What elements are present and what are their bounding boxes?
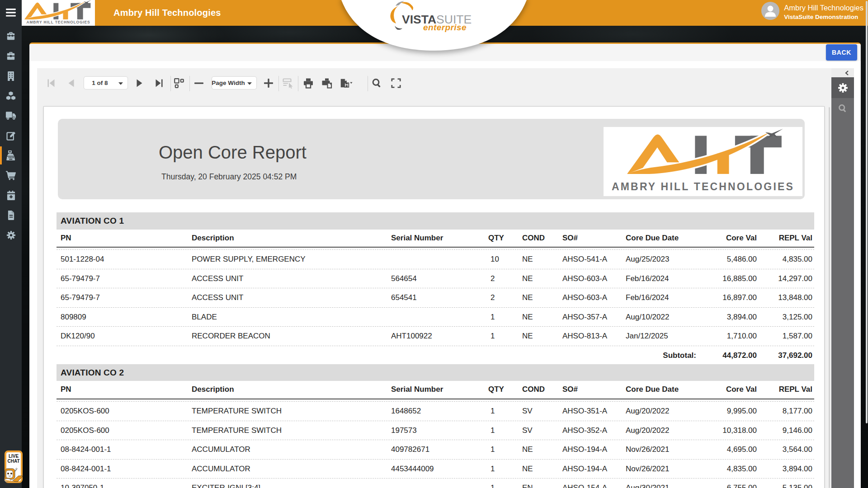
table-cell: ACCUMULATOR xyxy=(192,440,391,459)
table-row: 10-397050-1EXCITER-IGNI [3:4]1ENAHSO-154… xyxy=(57,478,814,488)
chat-robot-icon xyxy=(3,468,24,483)
search-button[interactable] xyxy=(370,77,383,89)
table-cell: 1 xyxy=(488,460,522,479)
table-cell: 16,897.00 xyxy=(698,288,757,307)
toolbar-separator xyxy=(170,76,171,91)
subtotal-value xyxy=(562,346,626,364)
table-cell: 4,835.00 xyxy=(757,250,815,269)
viewer-right-rail xyxy=(831,68,854,488)
table-cell: 5,486.00 xyxy=(698,250,757,269)
table-cell: 0205KOS-600 xyxy=(57,402,192,421)
sidebar-item-cubes[interactable] xyxy=(0,86,22,106)
toolbar-separator xyxy=(368,76,368,91)
print-page-button[interactable] xyxy=(321,77,334,89)
company-logo-caption: AMBRY HILL TECHNOLOGIES xyxy=(22,20,95,24)
table-cell xyxy=(391,479,488,488)
column-header: PN xyxy=(57,230,192,247)
last-page-button[interactable] xyxy=(153,77,165,89)
sidebar-item-calendar-plus[interactable] xyxy=(0,185,22,205)
table-cell: Nov/26/2021 xyxy=(626,440,698,459)
sidebar-item-pen-square[interactable] xyxy=(0,126,22,145)
fullscreen-button[interactable] xyxy=(390,77,402,89)
user-menu[interactable]: Ambry Hill Technologies VistaSuite Demon… xyxy=(761,2,863,21)
hamburger-menu-button[interactable] xyxy=(0,4,22,22)
sidebar-item-file-lines[interactable] xyxy=(0,205,22,225)
page-select[interactable]: 1 of 8 xyxy=(84,76,128,89)
table-cell: Aug/10/2022 xyxy=(626,308,698,327)
subtotal-row: Subtotal:44,872.0037,692.00 xyxy=(57,346,814,364)
window-scrollbar-thumb[interactable] xyxy=(866,1,868,423)
table-cell: AHSO-603-A xyxy=(562,269,626,288)
table-cell: Feb/16/2024 xyxy=(626,269,698,288)
viewer-settings-tab[interactable] xyxy=(831,77,854,98)
sidebar-item-gear[interactable] xyxy=(0,225,22,245)
report-page: Open Core Report Thursday, 20 February 2… xyxy=(43,106,825,488)
sidebar-item-truck[interactable] xyxy=(0,106,22,126)
cart-icon xyxy=(6,171,16,180)
multipage-button[interactable] xyxy=(173,77,185,89)
viewer-search-tab[interactable] xyxy=(831,98,854,119)
table-header-row: PNDescriptionSerial NumberQTYCONDSO#Core… xyxy=(57,230,814,248)
report-viewer-main: 1 of 8Page Width Open Core Report Thursd… xyxy=(37,68,831,488)
viewer-scrollbar-thumb[interactable] xyxy=(829,107,830,488)
zoom-select-value: Page Width xyxy=(212,80,245,86)
table-cell: 3,125.00 xyxy=(757,308,815,327)
column-header: REPL Val xyxy=(757,381,815,399)
table-cell: 65-79479-7 xyxy=(57,288,192,307)
table-cell: 1,587.00 xyxy=(757,327,815,346)
table-cell: TEMPERATURE SWITCH xyxy=(192,421,391,440)
table-cell: 501-1228-04 xyxy=(57,250,192,269)
live-chat-button[interactable]: LIVE CHAT xyxy=(5,450,23,483)
table-cell: 1 xyxy=(488,440,522,459)
table-cell: ACCESS UNIT xyxy=(192,269,391,288)
table-cell: 8,177.00 xyxy=(757,402,815,421)
table-cell: 4,695.00 xyxy=(698,440,757,459)
table-cell: 3,894.00 xyxy=(698,308,757,327)
export-button[interactable] xyxy=(340,77,353,89)
column-header: Serial Number xyxy=(391,230,488,247)
column-header: QTY xyxy=(488,230,522,247)
report-logo: AMBRY HILL TECHNOLOGIES xyxy=(604,127,802,196)
toolbar-separator xyxy=(189,76,190,91)
search-icon xyxy=(371,78,382,89)
zoom-out-icon xyxy=(193,78,204,89)
table-cell: TEMPERATURE SWITCH xyxy=(192,402,391,421)
table-cell: 1 xyxy=(488,402,522,421)
table-row: 65-79479-7ACCESS UNIT6545412NEAHSO-603-A… xyxy=(57,288,814,307)
sidebar-item-building[interactable] xyxy=(0,66,22,86)
table-cell: 1648652 xyxy=(391,402,488,421)
cash-register-icon xyxy=(6,150,16,160)
multipage-icon xyxy=(174,78,184,89)
back-button[interactable]: BACK xyxy=(826,44,857,61)
table-cell: 197573 xyxy=(391,421,488,440)
company-logo[interactable]: AMBRY HILL TECHNOLOGIES xyxy=(22,0,95,26)
table-cell: 9,995.00 xyxy=(698,402,757,421)
zoom-out-button[interactable] xyxy=(193,77,205,89)
live-chat-label-line2: CHAT xyxy=(7,459,19,464)
collapse-rail-button[interactable] xyxy=(831,68,854,77)
table-row: 08-8424-001-1ACCUMULATOR4097826711NEAHSO… xyxy=(57,440,814,459)
first-page-button[interactable] xyxy=(45,77,57,89)
table-cell: EN xyxy=(522,479,562,488)
selection-button[interactable] xyxy=(282,77,294,89)
toolbar-separator xyxy=(298,76,298,91)
next-page-button[interactable] xyxy=(133,77,146,89)
sidebar-item-cart[interactable] xyxy=(0,165,22,185)
zoom-select[interactable]: Page Width xyxy=(212,76,257,89)
prev-page-button[interactable] xyxy=(65,77,77,89)
sidebar-item-cash-register[interactable] xyxy=(0,145,22,165)
table-cell: AHSO-351-A xyxy=(562,402,626,421)
table-cell: 5,135.00 xyxy=(757,479,815,488)
table-row: 501-1228-04POWER SUPPLY, EMERGENCY10NEAH… xyxy=(57,249,814,269)
zoom-in-button[interactable] xyxy=(262,77,275,89)
table-cell: 2 xyxy=(488,288,522,307)
table-cell: 0205KOS-600 xyxy=(57,421,192,440)
report-generated-date: Thursday, 20 February 2025 04:52 PM xyxy=(161,172,297,182)
print-button[interactable] xyxy=(302,77,315,89)
sidebar-item-toolbox[interactable] xyxy=(0,26,22,46)
table-cell: NE xyxy=(522,250,562,269)
table-cell: 16,885.00 xyxy=(698,269,757,288)
sidebar-item-briefcase[interactable] xyxy=(0,46,22,66)
table-cell: AHSO-541-A xyxy=(562,250,626,269)
last-page-icon xyxy=(154,78,164,88)
